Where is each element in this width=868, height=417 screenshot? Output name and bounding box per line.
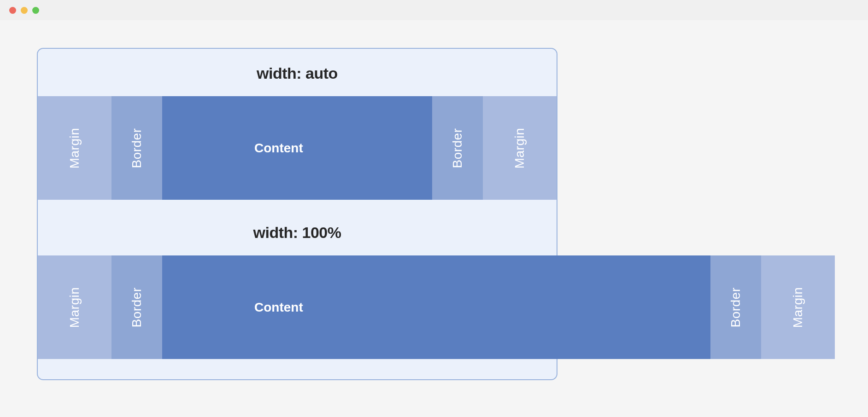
border-right-label: Border	[728, 287, 743, 327]
content-label: Content	[254, 141, 303, 156]
box-model-container: width: auto Margin Border Content Border…	[37, 48, 557, 380]
window-titlebar	[0, 0, 868, 20]
content-segment: Content	[162, 96, 432, 200]
margin-left-label: Margin	[67, 287, 82, 328]
border-left-segment: Border	[111, 96, 162, 200]
margin-right-segment: Margin	[761, 255, 835, 359]
border-left-label: Border	[129, 128, 144, 168]
border-right-segment: Border	[432, 96, 483, 200]
border-right-label: Border	[450, 128, 465, 168]
border-left-segment: Border	[111, 255, 162, 359]
diagram-canvas: width: auto Margin Border Content Border…	[0, 20, 868, 380]
margin-left-segment: Margin	[38, 255, 111, 359]
margin-right-label: Margin	[512, 127, 527, 168]
width-100-row: Margin Border Content Border Margin	[38, 255, 835, 359]
margin-right-segment: Margin	[483, 96, 557, 200]
border-right-segment: Border	[710, 255, 761, 359]
zoom-icon[interactable]	[32, 7, 39, 14]
margin-left-label: Margin	[67, 127, 82, 168]
close-icon[interactable]	[9, 7, 16, 14]
margin-right-label: Margin	[791, 287, 805, 328]
border-left-label: Border	[129, 287, 144, 327]
width-auto-heading: width: auto	[38, 49, 557, 96]
content-segment: Content	[162, 255, 710, 359]
width-auto-row: Margin Border Content Border Margin	[38, 96, 557, 200]
minimize-icon[interactable]	[21, 7, 28, 14]
bottom-spacer	[38, 359, 557, 379]
width-100-heading: width: 100%	[38, 200, 557, 255]
content-label: Content	[254, 300, 303, 315]
margin-left-segment: Margin	[38, 96, 111, 200]
